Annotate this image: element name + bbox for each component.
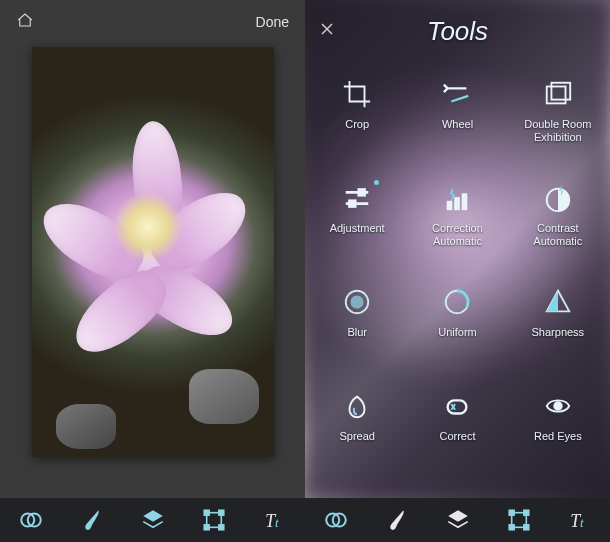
svg-rect-28: [523, 525, 528, 530]
rings-icon: [323, 507, 349, 533]
svg-point-12: [554, 402, 562, 410]
transform-icon: [201, 507, 227, 533]
svg-point-9: [351, 295, 364, 308]
svg-text:t: t: [275, 515, 279, 530]
nav-rings-r[interactable]: [321, 505, 351, 535]
nav-layers[interactable]: [138, 505, 168, 535]
nav-brush[interactable]: [77, 505, 107, 535]
tools-grid: Crop Wheel Double Room Exhibition: [305, 50, 610, 482]
tool-label: Sharpness: [532, 326, 585, 339]
svg-rect-18: [204, 525, 209, 530]
svg-text:t: t: [580, 515, 584, 530]
bottom-bar-left: Tt: [0, 498, 305, 542]
uniform-icon: [441, 286, 473, 318]
correct-icon: [441, 390, 473, 422]
tools-panel: Tools Crop Wheel Double Room Exhibition: [305, 0, 610, 498]
contrast-auto-icon: [542, 182, 574, 214]
home-button[interactable]: [16, 12, 34, 31]
nav-layers-r[interactable]: [443, 505, 473, 535]
adjustment-icon: [341, 182, 373, 214]
nav-text-r[interactable]: Tt: [565, 505, 595, 535]
tool-spread[interactable]: Spread: [309, 382, 405, 482]
tool-label: Correct: [439, 430, 475, 443]
text-icon: Tt: [262, 507, 288, 533]
tool-sharpness[interactable]: Sharpness: [510, 278, 606, 378]
topbar: Done: [0, 0, 305, 39]
close-icon: [319, 21, 335, 37]
tool-red-eyes[interactable]: Red Eyes: [510, 382, 606, 482]
blur-icon: [341, 286, 373, 318]
tool-label: Contrast Automatic: [513, 222, 603, 248]
bottom-bar-right: Tt: [305, 498, 610, 542]
tool-label: Wheel: [442, 118, 473, 131]
tool-blur[interactable]: Blur: [309, 278, 405, 378]
svg-rect-0: [547, 87, 566, 104]
svg-rect-25: [509, 510, 514, 515]
tool-exhibition[interactable]: Double Room Exhibition: [510, 70, 606, 170]
tool-label: Blur: [347, 326, 367, 339]
svg-rect-27: [509, 525, 514, 530]
crop-icon: [341, 78, 373, 110]
correction-auto-icon: [441, 182, 473, 214]
svg-rect-2: [359, 190, 365, 196]
svg-rect-17: [218, 510, 223, 515]
tool-label: Crop: [345, 118, 369, 131]
tool-label: Correction Automatic: [412, 222, 502, 248]
transform-icon: [506, 507, 532, 533]
tool-correct[interactable]: Correct: [409, 382, 505, 482]
close-button[interactable]: [319, 21, 335, 42]
tool-label: Double Room Exhibition: [513, 118, 603, 144]
tool-label: Red Eyes: [534, 430, 582, 443]
svg-rect-1: [551, 83, 570, 100]
exhibition-icon: [542, 78, 574, 110]
tool-crop[interactable]: Crop: [309, 70, 405, 170]
home-icon: [16, 12, 34, 28]
brush-icon: [384, 507, 410, 533]
tool-uniform[interactable]: Uniform: [409, 278, 505, 378]
image-preview[interactable]: [32, 47, 274, 457]
nav-rings[interactable]: [16, 505, 46, 535]
tool-adjustment[interactable]: Adjustment: [309, 174, 405, 274]
tool-label: Adjustment: [330, 222, 385, 235]
svg-rect-16: [204, 510, 209, 515]
svg-rect-3: [350, 201, 356, 207]
svg-rect-19: [218, 525, 223, 530]
svg-rect-11: [448, 400, 467, 413]
nav-transform[interactable]: [199, 505, 229, 535]
layers-icon: [140, 507, 166, 533]
done-button[interactable]: Done: [256, 14, 289, 30]
svg-rect-4: [448, 202, 452, 210]
bottom-bar: Tt Tt: [0, 498, 610, 542]
brush-icon: [79, 507, 105, 533]
svg-rect-5: [456, 198, 460, 209]
sharpness-icon: [542, 286, 574, 318]
tool-correction-auto[interactable]: Correction Automatic: [409, 174, 505, 274]
nav-transform-r[interactable]: [504, 505, 534, 535]
tool-wheel[interactable]: Wheel: [409, 70, 505, 170]
tool-label: Spread: [339, 430, 374, 443]
panel-title: Tools: [427, 16, 488, 47]
text-icon: Tt: [567, 507, 593, 533]
red-eyes-icon: [542, 390, 574, 422]
tool-contrast-auto[interactable]: Contrast Automatic: [510, 174, 606, 274]
svg-rect-26: [523, 510, 528, 515]
rings-icon: [18, 507, 44, 533]
editor-panel: Done: [0, 0, 305, 498]
tool-label: Uniform: [438, 326, 477, 339]
nav-text[interactable]: Tt: [260, 505, 290, 535]
layers-icon: [445, 507, 471, 533]
nav-brush-r[interactable]: [382, 505, 412, 535]
spread-icon: [341, 390, 373, 422]
svg-rect-6: [463, 194, 467, 209]
wheel-icon: [441, 78, 473, 110]
